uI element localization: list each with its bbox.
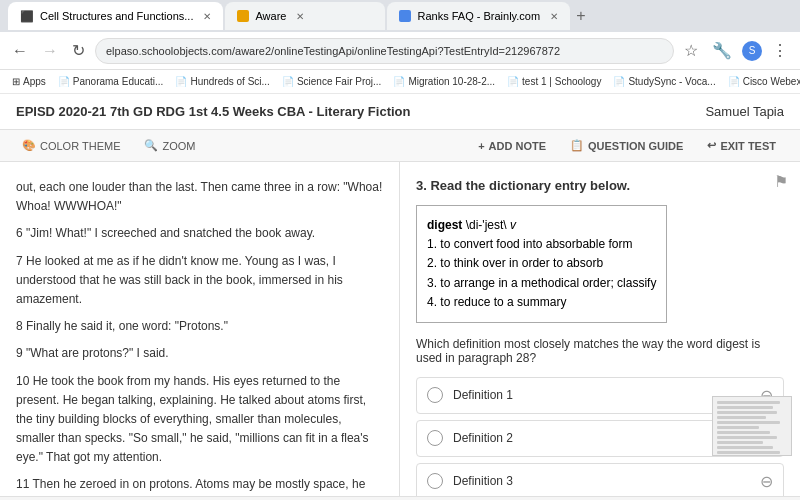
dict-def-3: 3. to arrange in a methodical order; cla… (427, 274, 656, 293)
zoom-button[interactable]: 🔍 ZOOM (138, 137, 201, 154)
bookmark-panorama[interactable]: 📄 Panorama Educati... (54, 76, 168, 87)
nav-bar: ← → ↻ ☆ 🔧 S ⋮ (0, 32, 800, 70)
passage-para-5: 10 He took the book from my hands. His e… (16, 372, 383, 468)
reload-button[interactable]: ↻ (68, 39, 89, 62)
tab-bar: ⬛ Cell Structures and Functions... ✕ Awa… (0, 0, 800, 32)
thumb-line-8 (717, 436, 777, 439)
url-input[interactable] (95, 38, 674, 64)
tab-aware[interactable]: Aware ✕ (225, 2, 385, 30)
thumbnail-content (713, 397, 791, 456)
thumb-line-9 (717, 441, 763, 444)
main-content: out, each one louder than the last. Then… (0, 162, 800, 496)
thumb-line-7 (717, 431, 770, 434)
question-main-text: Which definition most closely matches th… (416, 337, 784, 365)
passage-para-3: 8 Finally he said it, one word: "Protons… (16, 317, 383, 336)
bookmark-test1[interactable]: 📄 test 1 | Schoology (503, 76, 605, 87)
toolbar-left: 🎨 COLOR THEME 🔍 ZOOM (16, 137, 201, 154)
add-note-button[interactable]: + ADD NOTE (470, 138, 554, 154)
passage-para-4: 9 "What are protons?" I said. (16, 344, 383, 363)
thumb-line-3 (717, 411, 777, 414)
thumb-line-6 (717, 426, 759, 429)
passage-text: out, each one louder than the last. Then… (16, 178, 383, 496)
exit-icon: ↩ (707, 139, 716, 152)
zoom-icon: 🔍 (144, 139, 158, 152)
left-panel: out, each one louder than the last. Then… (0, 162, 400, 496)
dict-pronunciation: \di-'jest\ (466, 218, 507, 232)
thumb-line-1 (717, 401, 780, 404)
app-title: EPISD 2020-21 7th GD RDG 1st 4.5 Weeks C… (16, 104, 410, 119)
palette-icon: 🎨 (22, 139, 36, 152)
minus-btn-3[interactable]: ⊖ (760, 472, 773, 491)
bookmark-hundreds[interactable]: 📄 Hundreds of Sci... (171, 76, 273, 87)
tab-favicon-brainly (399, 10, 411, 22)
forward-button[interactable]: → (38, 40, 62, 62)
dict-def-1: 1. to convert food into absorbable form (427, 235, 656, 254)
radio-3[interactable] (427, 473, 443, 489)
question-guide-button[interactable]: 📋 QUESTION GUIDE (562, 137, 691, 154)
guide-icon: 📋 (570, 139, 584, 152)
app-header: EPISD 2020-21 7th GD RDG 1st 4.5 Weeks C… (0, 94, 800, 130)
profile-button[interactable]: S (742, 41, 762, 61)
thumb-line-4 (717, 416, 766, 419)
dictionary-box: digest \di-'jest\ v 1. to convert food i… (416, 205, 667, 323)
bookmark-science-fair[interactable]: 📄 Science Fair Proj... (278, 76, 385, 87)
bookmark-studysync[interactable]: 📄 StudySync - Voca... (609, 76, 719, 87)
extensions-button[interactable]: 🔧 (708, 39, 736, 62)
tab-favicon-aware (237, 10, 249, 22)
passage-para-1: 6 "Jim! What!" I screeched and snatched … (16, 224, 383, 243)
add-note-label: ADD NOTE (489, 140, 546, 152)
thumb-line-11 (717, 451, 780, 454)
tab-brainly[interactable]: Ranks FAQ - Brainly.com ✕ (387, 2, 570, 30)
passage-para-2: 7 He looked at me as if he didn't know m… (16, 252, 383, 310)
tab-favicon-cell: ⬛ (20, 10, 34, 23)
exit-test-button[interactable]: ↩ EXIT TEST (699, 137, 784, 154)
thumbnail-preview (712, 396, 792, 456)
bookmark-cisco[interactable]: 📄 Cisco Webex (724, 76, 800, 87)
right-panel: ⚑ 3. Read the dictionary entry below. di… (400, 162, 800, 496)
tab-label-aware: Aware (255, 10, 286, 22)
dict-def-4: 4. to reduce to a summary (427, 293, 656, 312)
note-icon: + (478, 140, 484, 152)
question-guide-label: QUESTION GUIDE (588, 140, 683, 152)
tab-close-aware[interactable]: ✕ (296, 11, 304, 22)
tab-close-brainly[interactable]: ✕ (550, 11, 558, 22)
bookmark-migration[interactable]: 📄 Migration 10-28-2... (389, 76, 499, 87)
dict-entry-line1: digest \di-'jest\ v (427, 216, 656, 235)
thumb-line-5 (717, 421, 780, 424)
more-button[interactable]: ⋮ (768, 39, 792, 62)
thumb-line-10 (717, 446, 773, 449)
zoom-label: ZOOM (162, 140, 195, 152)
flag-icon[interactable]: ⚑ (774, 172, 788, 191)
new-tab-button[interactable]: + (576, 7, 585, 25)
bottom-nav: ‹ PREVIOUS 1 2 3 4 5 6 7 8 9 10 11 NEXT … (0, 496, 800, 500)
tab-label-brainly: Ranks FAQ - Brainly.com (417, 10, 540, 22)
tab-close-cell[interactable]: ✕ (203, 11, 211, 22)
radio-2[interactable] (427, 430, 443, 446)
question-prompt-read: 3. Read the dictionary entry below. (416, 178, 784, 193)
passage-para-0: out, each one louder than the last. Then… (16, 178, 383, 216)
answer-option-3[interactable]: Definition 3 ⊖ (416, 463, 784, 496)
dict-def-2: 2. to think over in order to absorb (427, 254, 656, 273)
bookmarks-bar: ⊞ Apps 📄 Panorama Educati... 📄 Hundreds … (0, 70, 800, 94)
color-theme-button[interactable]: 🎨 COLOR THEME (16, 137, 126, 154)
radio-1[interactable] (427, 387, 443, 403)
tab-label-cell: Cell Structures and Functions... (40, 10, 193, 22)
toolbar-right: + ADD NOTE 📋 QUESTION GUIDE ↩ EXIT TEST (470, 137, 784, 154)
dict-word: digest (427, 218, 462, 232)
bookmark-apps[interactable]: ⊞ Apps (8, 76, 50, 87)
user-name: Samuel Tapia (705, 104, 784, 119)
passage-para-6: 11 Then he zeroed in on protons. Atoms m… (16, 475, 383, 496)
back-button[interactable]: ← (8, 40, 32, 62)
thumb-line-2 (717, 406, 773, 409)
toolbar: 🎨 COLOR THEME 🔍 ZOOM + ADD NOTE 📋 QUESTI… (0, 130, 800, 162)
exit-test-label: EXIT TEST (720, 140, 776, 152)
color-theme-label: COLOR THEME (40, 140, 120, 152)
option-label-3: Definition 3 (453, 474, 760, 488)
bookmark-button[interactable]: ☆ (680, 39, 702, 62)
dict-pos: v (510, 218, 516, 232)
tab-cell-structures[interactable]: ⬛ Cell Structures and Functions... ✕ (8, 2, 223, 30)
